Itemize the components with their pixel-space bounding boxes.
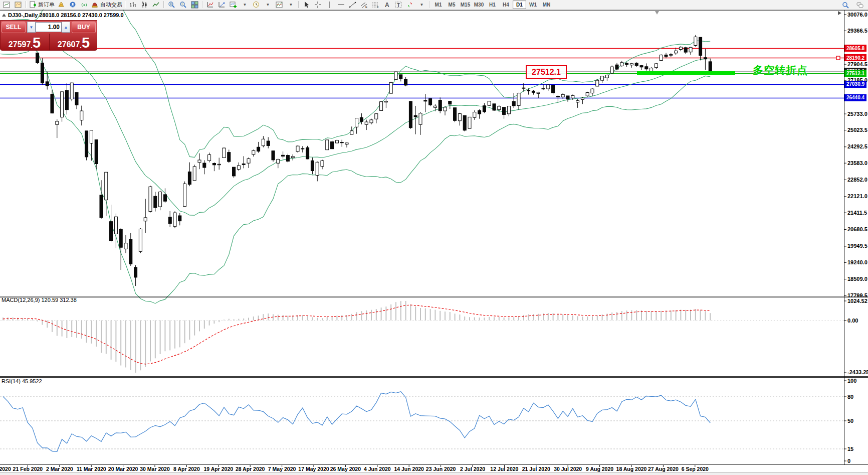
zoom-in-icon[interactable] — [166, 0, 177, 10]
date-label: 20 Mar 2020 — [108, 466, 138, 472]
text-icon[interactable]: A — [381, 0, 393, 10]
bar-chart-icon[interactable] — [127, 0, 139, 10]
date-label: 4 Jun 2020 — [364, 466, 391, 472]
timeframe-mn[interactable]: MN — [540, 1, 553, 9]
date-label: 28 Apr 2020 — [236, 466, 265, 472]
horizontal-line-icon[interactable] — [335, 0, 347, 10]
timeframe-h4[interactable]: H4 — [499, 1, 513, 9]
vertical-line-icon[interactable] — [324, 0, 335, 10]
autotrading-button-label: 自动交易 — [100, 1, 122, 9]
macd-scale-label: 1024.52 — [847, 298, 867, 304]
date-label: 12 Feb 2020 — [0, 466, 11, 472]
price-tick-label: 19240.0 — [847, 259, 867, 265]
volume-decrease-button[interactable]: ▼ — [27, 22, 36, 33]
price-tick-label: 25023.5 — [847, 127, 867, 133]
price-tick-label: 22121.0 — [847, 193, 867, 199]
svg-text:F: F — [377, 6, 379, 9]
price-tick-label: 22852.0 — [847, 177, 867, 183]
date-label: 21 Jul 2020 — [522, 466, 550, 472]
chat-icon[interactable] — [854, 1, 866, 10]
date-label: 12 Jul 2020 — [490, 466, 518, 472]
cursor-icon[interactable] — [301, 0, 312, 10]
price-tick-label: 24292.5 — [847, 143, 867, 149]
autotrading-button[interactable]: 自动交易 — [90, 0, 123, 10]
date-label: 14 Jun 2020 — [394, 466, 424, 472]
arrows-caret-icon[interactable]: ▼ — [416, 0, 427, 10]
date-label: 2 Mar 2020 — [46, 466, 73, 472]
text-label-icon[interactable]: T — [393, 0, 404, 10]
fibonacci-icon[interactable]: F — [370, 0, 381, 10]
signals-icon[interactable] — [79, 0, 90, 10]
date-label: 30 Jul 2020 — [554, 466, 582, 472]
toolbar-separator — [26, 1, 27, 8]
price-tick-label: 17799.5 — [847, 292, 867, 298]
tile-windows-icon[interactable] — [189, 0, 200, 10]
candlestick-chart-icon[interactable] — [139, 0, 150, 10]
date-label: 11 Mar 2020 — [77, 466, 106, 472]
price-level-callout[interactable]: 27512.1 — [526, 65, 567, 79]
timeframe-m30[interactable]: M30 — [472, 1, 486, 9]
buy-button[interactable]: BUY — [72, 22, 96, 33]
macd-label: MACD(12,26,9) 120.59 312.38 — [2, 297, 77, 303]
timeframe-h1[interactable]: H1 — [486, 1, 499, 9]
community-icon[interactable] — [67, 0, 79, 10]
volume-input[interactable] — [36, 22, 62, 32]
toolbar-separator — [298, 1, 299, 8]
date-label: 30 Mar 2020 — [140, 466, 170, 472]
toolbar-separator — [163, 1, 164, 8]
timeframe-m5[interactable]: M5 — [445, 1, 459, 9]
timeframe-d1[interactable]: D1 — [513, 1, 526, 9]
chart-window: 新订单自动交易▼▼▼EFAT▼M1M5M15M30H1H4D1W1MN DJ30… — [0, 0, 868, 475]
price-tick-label: 30076.0 — [847, 12, 867, 18]
sell-button[interactable]: SELL — [2, 22, 26, 33]
rsi-scale-label: 80 — [847, 394, 853, 400]
profile-caret-icon[interactable]: ▼ — [262, 0, 274, 10]
price-badge: 27512.1 — [844, 70, 866, 77]
price-tick-label: 25733.0 — [847, 111, 867, 117]
add-indicator-caret-icon[interactable]: ▼ — [239, 0, 251, 10]
chart-plot[interactable] — [0, 0, 868, 475]
rsi-scale-label: 15 — [847, 446, 853, 452]
rsi-scale-label: 0 — [847, 458, 850, 464]
new-order-button[interactable]: 新订单 — [28, 0, 56, 10]
price-tick-label: 23583.0 — [847, 160, 867, 166]
price-tick-label: 27904.5 — [847, 61, 867, 67]
toolbar: 新订单自动交易▼▼▼EFAT▼M1M5M15M30H1H4D1W1MN — [0, 0, 868, 10]
timeframe-bar: M1M5M15M30H1H4D1W1MN — [431, 1, 553, 9]
indicators-icon[interactable] — [204, 0, 216, 10]
svg-text:T: T — [397, 2, 400, 8]
trendline-icon[interactable] — [347, 0, 358, 10]
date-label: 8 Apr 2020 — [173, 466, 200, 472]
toolbar-separator — [429, 1, 430, 8]
turning-point-label[interactable]: 多空转折点 — [753, 63, 808, 77]
new-order-button-label: 新订单 — [38, 1, 55, 9]
date-label: 18 Aug 2020 — [616, 466, 647, 472]
objects-list-icon[interactable] — [216, 0, 228, 10]
timeframe-w1[interactable]: W1 — [526, 1, 540, 9]
clock-icon[interactable] — [251, 0, 262, 10]
panel-collapse-icon[interactable] — [2, 14, 6, 17]
price-tick-label: 19949.5 — [847, 243, 867, 249]
volume-increase-button[interactable]: ▲ — [62, 22, 70, 33]
search-icon[interactable] — [840, 1, 851, 10]
date-label: 2 Jul 2020 — [460, 466, 485, 472]
crosshair-icon[interactable] — [312, 0, 324, 10]
arrows-icon[interactable] — [404, 0, 416, 10]
add-indicator-icon[interactable] — [228, 0, 239, 10]
timeframe-m15[interactable]: M15 — [459, 1, 472, 9]
equidistant-channel-icon[interactable]: E — [358, 0, 370, 10]
charts-window-icon[interactable] — [1, 0, 13, 10]
timeframe-m1[interactable]: M1 — [431, 1, 445, 9]
svg-text:E: E — [365, 6, 367, 9]
templates-icon[interactable] — [274, 0, 285, 10]
toolbar-separator — [125, 1, 126, 8]
templates-caret-icon[interactable]: ▼ — [285, 0, 297, 10]
price-badge: 26440.4 — [844, 94, 866, 101]
chart-title: DJ30-,Daily 28018.0 28156.0 27430.0 2759… — [8, 12, 124, 18]
zoom-out-icon[interactable] — [177, 0, 189, 10]
price-badge: 28190.2 — [844, 54, 866, 61]
gold-icon[interactable] — [56, 0, 67, 10]
line-chart-icon[interactable] — [150, 0, 162, 10]
price-badge: 28605.8 — [844, 45, 866, 52]
profiles-icon[interactable] — [13, 0, 24, 10]
